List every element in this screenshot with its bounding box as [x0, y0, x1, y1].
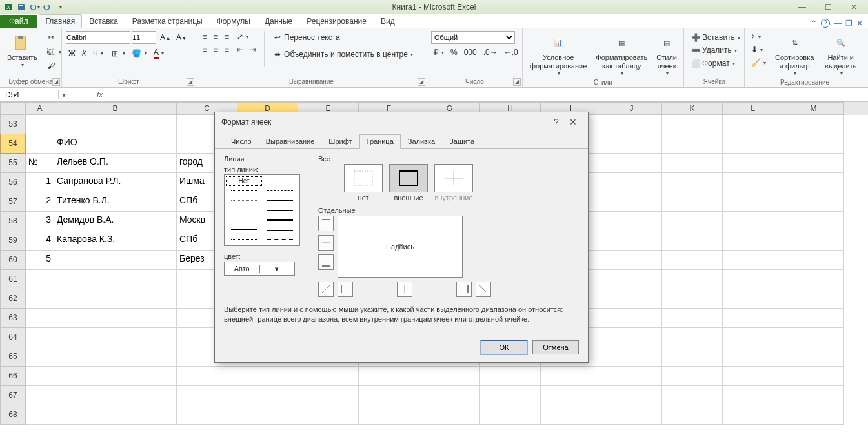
italic-button[interactable]: К: [79, 48, 89, 59]
clipboard-launcher[interactable]: ◢: [52, 78, 60, 86]
row-header-62[interactable]: 62: [0, 289, 26, 309]
row-header-67[interactable]: 67: [0, 386, 26, 405]
cell-K62[interactable]: [662, 289, 723, 309]
tab-page-layout[interactable]: Разметка страницы: [125, 14, 210, 28]
line-style-6[interactable]: [226, 205, 262, 215]
comma-button[interactable]: 000: [461, 46, 479, 58]
cell-M66[interactable]: [783, 367, 844, 386]
dialog-titlebar[interactable]: Формат ячеек ? ✕: [215, 112, 588, 132]
cell-K53[interactable]: [662, 115, 723, 134]
row-header-68[interactable]: 68: [0, 405, 26, 425]
line-style-none[interactable]: Нет: [226, 176, 262, 186]
border-left-button[interactable]: [338, 282, 353, 297]
cell-J53[interactable]: [601, 115, 662, 134]
cell-D66[interactable]: [237, 367, 298, 386]
cell-L60[interactable]: [723, 251, 783, 270]
row-header-56[interactable]: 56: [0, 173, 26, 192]
cell-L53[interactable]: [723, 115, 783, 134]
minimize-ribbon-icon[interactable]: ⌃: [811, 19, 817, 28]
redo-icon[interactable]: [41, 1, 53, 13]
file-tab[interactable]: Файл: [0, 15, 37, 28]
row-header-63[interactable]: 63: [0, 309, 26, 328]
cell-B62[interactable]: [54, 289, 177, 309]
cell-J66[interactable]: [601, 367, 662, 386]
cell-styles-button[interactable]: ▤Стили ячеек▾: [653, 31, 680, 79]
row-header-60[interactable]: 60: [0, 251, 26, 270]
cell-A65[interactable]: [26, 347, 54, 367]
row-header-59[interactable]: 59: [0, 231, 26, 251]
name-box-input[interactable]: [0, 90, 58, 99]
cell-J61[interactable]: [601, 270, 662, 289]
cell-B56[interactable]: Сапранова Р.Л.: [54, 173, 177, 192]
cell-J67[interactable]: [601, 386, 662, 405]
fill-button[interactable]: ⬇▾: [749, 44, 769, 56]
row-header-53[interactable]: 53: [0, 115, 26, 134]
minimize-button[interactable]: —: [794, 2, 810, 12]
border-diag-up-button[interactable]: [318, 282, 334, 297]
cell-C68[interactable]: [177, 405, 237, 425]
number-launcher[interactable]: ◢: [513, 78, 521, 86]
cell-L56[interactable]: [723, 173, 783, 192]
tab-formulas[interactable]: Формулы: [210, 14, 257, 28]
percent-button[interactable]: %: [448, 46, 460, 58]
cell-A58[interactable]: 3: [26, 212, 54, 231]
tab-home[interactable]: Главная: [39, 14, 83, 28]
dlg-tab-number[interactable]: Число: [224, 134, 259, 148]
cell-L54[interactable]: [723, 134, 783, 154]
close-button[interactable]: ✕: [846, 2, 862, 12]
dlg-tab-border[interactable]: Граница: [359, 134, 401, 149]
row-header-61[interactable]: 61: [0, 270, 26, 289]
cell-M56[interactable]: [783, 173, 844, 192]
cell-K66[interactable]: [662, 367, 723, 386]
font-launcher[interactable]: ◢: [187, 78, 194, 86]
cell-J68[interactable]: [601, 405, 662, 425]
align-right-button[interactable]: ≡: [222, 44, 232, 56]
preset-inside-button[interactable]: [434, 164, 473, 192]
cell-F67[interactable]: [359, 386, 419, 405]
cancel-button[interactable]: Отмена: [532, 340, 579, 354]
cell-A66[interactable]: [26, 367, 54, 386]
cell-L59[interactable]: [723, 231, 783, 251]
line-style-11[interactable]: [262, 225, 298, 234]
cell-M59[interactable]: [783, 231, 844, 251]
row-header-55[interactable]: 55: [0, 154, 26, 173]
cell-B64[interactable]: [54, 328, 177, 347]
cell-B67[interactable]: [54, 386, 177, 405]
cell-L68[interactable]: [723, 405, 783, 425]
row-header-64[interactable]: 64: [0, 328, 26, 347]
cell-A55[interactable]: №: [26, 154, 54, 173]
tab-insert[interactable]: Вставка: [82, 14, 125, 28]
number-format-combo[interactable]: Общий: [431, 31, 515, 44]
cut-button[interactable]: ✂: [43, 31, 64, 44]
cell-D68[interactable]: [237, 405, 298, 425]
paste-button[interactable]: Вставить▾: [4, 31, 41, 70]
line-style-12[interactable]: [226, 234, 262, 244]
cell-J56[interactable]: [601, 173, 662, 192]
orientation-button[interactable]: ⤢▾: [234, 31, 259, 43]
cell-K57[interactable]: [662, 192, 723, 212]
cell-E67[interactable]: [298, 386, 359, 405]
cell-A68[interactable]: [26, 405, 54, 425]
underline-button[interactable]: Ч▾: [90, 48, 106, 59]
cell-A61[interactable]: [26, 270, 54, 289]
cell-B53[interactable]: [54, 115, 177, 134]
col-header-A[interactable]: A: [26, 102, 54, 115]
cell-H68[interactable]: [480, 405, 541, 425]
ok-button[interactable]: ОК: [481, 340, 527, 354]
decrease-decimal-button[interactable]: ←.0: [501, 46, 521, 58]
cell-J59[interactable]: [601, 231, 662, 251]
col-header-L[interactable]: L: [723, 102, 783, 115]
cell-B66[interactable]: [54, 367, 177, 386]
dlg-tab-font[interactable]: Шрифт: [321, 134, 359, 148]
borders-button[interactable]: ⊞▾: [107, 47, 128, 60]
cell-M65[interactable]: [783, 347, 844, 367]
format-as-table-button[interactable]: ▦Форматировать как таблицу▾: [592, 31, 651, 79]
undo-icon[interactable]: ▾: [28, 1, 40, 13]
bold-button[interactable]: Ж: [66, 48, 78, 59]
increase-indent-button[interactable]: ⇥: [247, 44, 259, 56]
dlg-tab-fill[interactable]: Заливка: [401, 134, 442, 148]
border-bottom-button[interactable]: [318, 254, 334, 270]
cell-M60[interactable]: [783, 251, 844, 270]
cell-B58[interactable]: Демидов В.А.: [54, 212, 177, 231]
merge-center-button[interactable]: ⬌Объединить и поместить в центре▾: [270, 48, 416, 61]
